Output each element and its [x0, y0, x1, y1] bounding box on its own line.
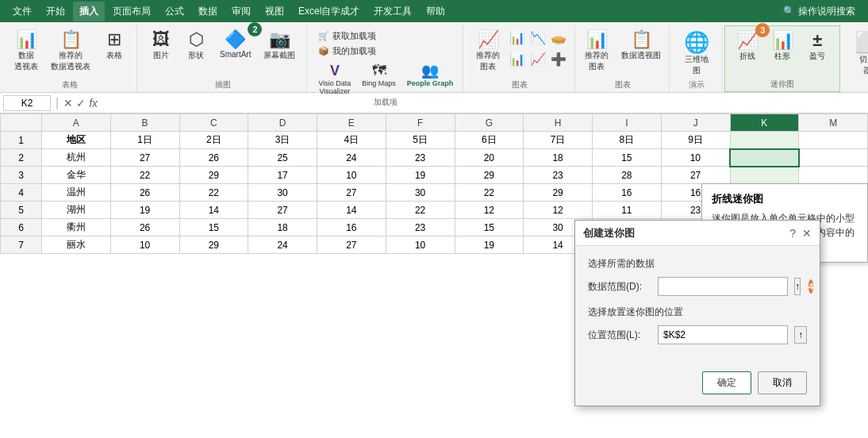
cell-e7[interactable]: 27 [317, 236, 386, 254]
recommend-pivot-btn[interactable]: 📋 推荐的数据透视表 [46, 29, 95, 75]
dialog-data-range-btn[interactable]: ↑ [794, 278, 801, 295]
col-sparkline-btn[interactable]: 📊 柱形 [766, 29, 798, 64]
insert-function-icon[interactable]: fx [89, 97, 98, 110]
people-graph-btn[interactable]: 👥 People Graph [404, 62, 457, 97]
cell-f6[interactable]: 23 [386, 219, 455, 236]
col-header-h[interactable]: H [524, 114, 593, 132]
cell-g4[interactable]: 22 [455, 184, 524, 202]
menu-dev[interactable]: 开发工具 [367, 2, 418, 21]
row-header-5[interactable]: 5 [1, 202, 42, 219]
dialog-cancel-btn[interactable]: 取消 [758, 371, 807, 394]
cell-g2[interactable]: 20 [455, 149, 524, 167]
cell-f1[interactable]: 5日 [386, 132, 455, 149]
col-header-m[interactable]: M [799, 114, 868, 132]
cell-f3[interactable]: 19 [386, 167, 455, 184]
row-header-4[interactable]: 4 [1, 184, 42, 202]
col-header-e[interactable]: E [317, 114, 386, 132]
cell-e6[interactable]: 16 [317, 219, 386, 236]
dialog-help-btn[interactable]: ? [789, 227, 796, 240]
pivot-chart-btn[interactable]: 📊 推荐的图表 [580, 29, 613, 75]
cell-c5[interactable]: 14 [179, 202, 248, 219]
cell-c3[interactable]: 29 [179, 167, 248, 184]
cell-e4[interactable]: 27 [317, 184, 386, 202]
menu-view[interactable]: 视图 [259, 2, 290, 21]
cell-a7[interactable]: 丽水 [42, 236, 111, 254]
cell-f4[interactable]: 30 [386, 184, 455, 202]
screenshot-btn[interactable]: 📷 屏幕截图 [259, 29, 300, 63]
col-header-c[interactable]: C [179, 114, 248, 132]
bar-chart-btn[interactable]: 📊 [508, 50, 527, 68]
cell-a3[interactable]: 金华 [42, 167, 111, 184]
col-chart-btn[interactable]: 📊 [508, 29, 527, 47]
menu-home[interactable]: 开始 [40, 2, 71, 21]
row-header-3[interactable]: 3 [1, 167, 42, 184]
cell-k3[interactable] [730, 167, 799, 184]
menu-search[interactable]: 🔍 操作说明搜索 [777, 2, 862, 21]
cell-a5[interactable]: 湖州 [42, 202, 111, 219]
line-sparkline-btn[interactable]: 📈 折线 3 [732, 29, 763, 64]
pie-chart-btn[interactable]: 🥧 [549, 29, 568, 47]
cell-i1[interactable]: 8日 [593, 132, 662, 149]
row-header-2[interactable]: 2 [1, 149, 42, 167]
menu-layout[interactable]: 页面布局 [106, 2, 157, 21]
cell-d2[interactable]: 25 [248, 149, 317, 167]
cell-j1[interactable]: 9日 [661, 132, 730, 149]
cell-m2[interactable] [799, 149, 868, 167]
col-header-g[interactable]: G [455, 114, 524, 132]
cell-h5[interactable]: 12 [524, 202, 593, 219]
menu-insert[interactable]: 插入 [73, 2, 105, 21]
cell-d3[interactable]: 17 [248, 167, 317, 184]
cancel-formula-icon[interactable]: ✕ [63, 97, 73, 110]
cell-j2[interactable]: 10 [661, 149, 730, 167]
line-chart-btn[interactable]: 📉 [528, 29, 547, 47]
cell-a6[interactable]: 衢州 [42, 219, 111, 236]
cell-c6[interactable]: 15 [179, 219, 248, 236]
cell-c1[interactable]: 2日 [179, 132, 248, 149]
cell-g6[interactable]: 15 [455, 219, 524, 236]
col-header-k[interactable]: K [730, 114, 799, 132]
cell-a4[interactable]: 温州 [42, 184, 111, 202]
picture-btn[interactable]: 🖼 图片 [145, 29, 177, 63]
cell-i4[interactable]: 16 [593, 184, 662, 202]
area-chart-btn[interactable]: 📈 [528, 50, 547, 68]
get-addin-btn[interactable]: 🛒 获取加载项 [315, 29, 379, 44]
menu-data[interactable]: 数据 [192, 2, 224, 21]
recommend-chart-btn[interactable]: 📈 推荐的图表 [471, 29, 505, 75]
cell-f2[interactable]: 23 [386, 149, 455, 167]
cell-j3[interactable]: 27 [661, 167, 730, 184]
cell-g3[interactable]: 29 [455, 167, 524, 184]
menu-excel-learn[interactable]: Excel自学成才 [292, 2, 366, 21]
cell-b4[interactable]: 26 [110, 184, 179, 202]
row-header-7[interactable]: 7 [1, 236, 42, 254]
cell-d7[interactable]: 24 [248, 236, 317, 254]
dialog-ok-btn[interactable]: 确定 [702, 371, 751, 394]
cell-i3[interactable]: 28 [593, 167, 662, 184]
col-header-d[interactable]: D [248, 114, 317, 132]
cell-b5[interactable]: 19 [110, 202, 179, 219]
bing-maps-btn[interactable]: 🗺 Bing Maps [359, 62, 399, 97]
cell-c7[interactable]: 29 [179, 236, 248, 254]
cell-b6[interactable]: 26 [110, 219, 179, 236]
col-header-f[interactable]: F [386, 114, 455, 132]
cell-g1[interactable]: 6日 [455, 132, 524, 149]
cell-b1[interactable]: 1日 [110, 132, 179, 149]
dialog-data-range-input[interactable] [658, 277, 788, 296]
cell-f7[interactable]: 10 [386, 236, 455, 254]
cell-k1[interactable] [730, 132, 799, 149]
cell-b7[interactable]: 10 [110, 236, 179, 254]
cell-m1[interactable] [799, 132, 868, 149]
cell-b2[interactable]: 27 [110, 149, 179, 167]
cell-h2[interactable]: 18 [524, 149, 593, 167]
cell-c2[interactable]: 26 [179, 149, 248, 167]
col-header-b[interactable]: B [110, 114, 179, 132]
winloss-btn[interactable]: ± 盈亏 [801, 29, 833, 64]
cell-e3[interactable]: 10 [317, 167, 386, 184]
cell-d6[interactable]: 18 [248, 219, 317, 236]
col-header-j[interactable]: J [661, 114, 730, 132]
cell-d1[interactable]: 3日 [248, 132, 317, 149]
more-chart-btn[interactable]: ➕ [549, 50, 568, 68]
cell-i5[interactable]: 11 [593, 202, 662, 219]
menu-help[interactable]: 帮助 [420, 2, 451, 21]
cell-h4[interactable]: 29 [524, 184, 593, 202]
confirm-formula-icon[interactable]: ✓ [76, 97, 86, 110]
